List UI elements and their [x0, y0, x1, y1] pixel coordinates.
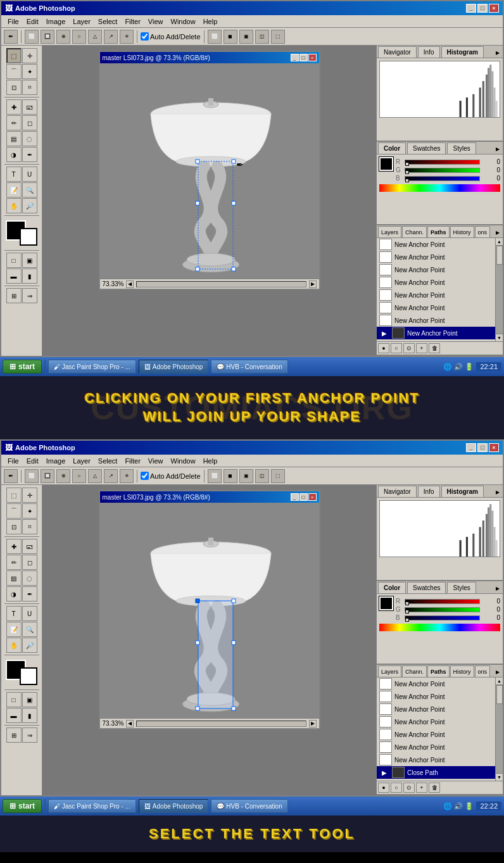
ps-maximize-button-bottom[interactable]: □ [477, 443, 488, 452]
tab-histogram-bottom[interactable]: Histogram [441, 486, 484, 497]
path-mode-1-icon-bottom[interactable]: ⬜ [25, 469, 39, 483]
blur-tool-bottom[interactable]: ◌ [22, 570, 37, 586]
scroll-thumb-paths-top[interactable] [496, 246, 503, 265]
path-op-2-icon-bottom[interactable]: ◼ [224, 469, 237, 483]
magic-wand-tool[interactable]: ✦ [22, 64, 37, 79]
text-tool[interactable]: T [6, 167, 22, 182]
color-thumb-b-top[interactable] [405, 179, 409, 182]
tab-navigator-bottom[interactable]: Navigator [378, 486, 417, 497]
path-mode-3-icon-bottom[interactable]: ⊕ [56, 469, 70, 483]
auto-add-delete-input-bottom[interactable] [141, 472, 149, 480]
ps-minimize-button-bottom[interactable]: _ [466, 443, 476, 452]
start-button-top[interactable]: ⊞ start [3, 360, 42, 374]
path-mode-4-icon[interactable]: ○ [72, 30, 86, 44]
eraser-tool[interactable]: ◻ [22, 115, 37, 130]
tab-styles-top[interactable]: Styles [447, 142, 476, 154]
move-tool-bottom[interactable]: ✛ [22, 488, 37, 503]
marquee-tool-bottom[interactable]: ⬚ [6, 488, 22, 503]
pen-tool-side[interactable]: ✒ [22, 147, 37, 162]
menu-view-bottom[interactable]: View [144, 457, 167, 465]
path-item-6-top[interactable]: New Anchor Point [377, 301, 495, 314]
path-item-1-bottom[interactable]: New Anchor Point [377, 677, 495, 690]
color-slider-g-bottom[interactable] [405, 607, 480, 612]
menu-layer-bottom[interactable]: Layer [69, 457, 94, 465]
eyedrop-tool-bottom[interactable]: 🔍 [22, 622, 37, 637]
paths-btn-delete-top[interactable]: 🗑 [429, 343, 440, 353]
gradient-tool-bottom[interactable]: ▤ [6, 570, 22, 586]
paths-btn-delete-bottom[interactable]: 🗑 [429, 783, 440, 793]
path-item-5-bottom[interactable]: New Anchor Point [377, 728, 495, 741]
tab-swatches-bottom[interactable]: Swatches [407, 582, 446, 593]
path-item-7-bottom[interactable]: New Anchor Point [377, 753, 495, 766]
auto-add-delete-checkbox-bottom[interactable]: Auto Add/Delete [141, 472, 201, 480]
path-mode-5-icon[interactable]: △ [88, 30, 102, 44]
path-mode-4-icon-bottom[interactable]: ○ [72, 469, 86, 483]
pen-tool-icon[interactable]: ✒ [4, 30, 18, 44]
menu-image[interactable]: Image [42, 17, 70, 26]
taskbar-item-psp-top[interactable]: 🖌 Jasc Paint Shop Pro - ... [48, 360, 136, 374]
tab-layers-top[interactable]: Layers [378, 226, 401, 237]
std-screen-btn-bottom[interactable]: ▬ [6, 708, 22, 723]
menu-help-bottom[interactable]: Help [199, 457, 222, 465]
tab-ons-bottom[interactable]: ons [475, 665, 491, 677]
crop-tool-bottom[interactable]: ⊡ [6, 519, 22, 534]
dodge-tool[interactable]: ◑ [6, 147, 22, 162]
path-item-7-top[interactable]: New Anchor Point [377, 314, 495, 327]
quick-mask-btn-bottom[interactable]: ▣ [22, 692, 37, 707]
hand-tool-bottom[interactable]: ✋ [6, 638, 22, 653]
auto-add-delete-input[interactable] [141, 32, 149, 41]
color-spectrum-top[interactable] [379, 184, 500, 192]
gradient-tool[interactable]: ▤ [6, 131, 22, 146]
paths-btn-new-bottom[interactable]: + [416, 783, 427, 793]
color-slider-b-bottom[interactable] [405, 615, 480, 620]
notes-tool-bottom[interactable]: 📝 [6, 622, 22, 637]
path-mode-1-icon[interactable]: ⬜ [25, 30, 39, 44]
path-item-5-top[interactable]: New Anchor Point [377, 289, 495, 301]
hand-tool[interactable]: ✋ [6, 198, 22, 213]
tab-paths-top[interactable]: Paths [427, 226, 450, 237]
path-op-3-icon-bottom[interactable]: ▣ [239, 469, 253, 483]
color-panel-arrow-bottom[interactable]: ▶ [494, 584, 501, 592]
pen-tool-side-bottom[interactable]: ✒ [22, 586, 37, 602]
full-screen-btn[interactable]: ▮ [22, 268, 37, 284]
taskbar-item-ps-bottom[interactable]: 🖼 Adobe Photoshop [139, 799, 209, 813]
paths-btn-stroke-top[interactable]: ○ [391, 343, 402, 353]
color-main-box-top[interactable] [379, 157, 393, 171]
dodge-tool-bottom[interactable]: ◑ [6, 586, 22, 602]
scroll-up-paths-bottom[interactable]: ▲ [496, 677, 503, 685]
color-slider-b-top[interactable] [405, 176, 480, 181]
scroll-h-top[interactable] [136, 281, 306, 287]
eyedrop-tool[interactable]: 🔍 [22, 182, 37, 198]
path-item-2-top[interactable]: New Anchor Point [377, 251, 495, 263]
ps-maximize-button[interactable]: □ [477, 4, 488, 13]
background-color[interactable] [20, 228, 37, 246]
paths-btn-fill-top[interactable]: ● [378, 343, 389, 353]
blur-tool[interactable]: ◌ [22, 131, 37, 146]
stamp-tool[interactable]: 🖃 [22, 99, 37, 115]
path-mode-6-icon[interactable]: ↗ [104, 30, 118, 44]
shape-tool-bottom[interactable]: U [22, 606, 37, 621]
path-item-1-top[interactable]: New Anchor Point [377, 238, 495, 251]
doc-minimize-bottom[interactable]: _ [291, 493, 299, 501]
path-item-6-bottom[interactable]: New Anchor Point [377, 741, 495, 753]
color-slider-g-top[interactable] [405, 168, 480, 173]
path-mode-2-icon-bottom[interactable]: 🔲 [41, 469, 54, 483]
scroll-h-bottom[interactable] [136, 721, 306, 727]
path-item-8-bottom[interactable]: ▶ Close Path [377, 766, 495, 779]
menu-file-bottom[interactable]: File [4, 457, 23, 465]
path-op-3-icon[interactable]: ▣ [239, 30, 253, 44]
paths-btn-new-top[interactable]: + [416, 343, 427, 353]
path-item-2-bottom[interactable]: New Anchor Point [377, 690, 495, 703]
notes-tool[interactable]: 📝 [6, 182, 22, 198]
paths-btn-mask-top[interactable]: ⊙ [403, 343, 415, 353]
jump-btn-bottom[interactable]: ⇒ [22, 728, 37, 743]
menu-file[interactable]: File [4, 17, 23, 26]
nav-panel-arrow-top[interactable]: ▶ [494, 49, 501, 56]
menu-select[interactable]: Select [94, 17, 122, 26]
quick-mask-btn[interactable]: ▣ [22, 253, 37, 268]
menu-image-bottom[interactable]: Image [42, 457, 70, 465]
menu-filter-bottom[interactable]: Filter [121, 457, 144, 465]
tab-info-bottom[interactable]: Info [418, 486, 440, 497]
path-mode-3-icon[interactable]: ⊕ [56, 30, 70, 44]
path-op-5-icon-bottom[interactable]: ⬚ [271, 469, 285, 483]
